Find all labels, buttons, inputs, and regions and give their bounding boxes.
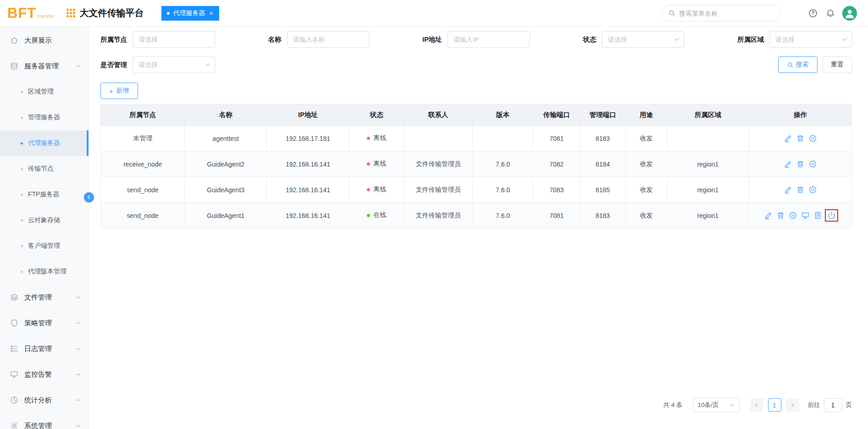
delete-action-icon[interactable] <box>777 212 785 219</box>
sidebar-item-label: 传输节点 <box>28 165 54 173</box>
filter-row-1: 所属节点名称IP地址状态所属区域 <box>100 31 852 48</box>
filter-name-input[interactable] <box>287 36 369 43</box>
filter-name-input[interactable] <box>287 31 370 48</box>
cell-contact: 文件传输管理员 <box>404 151 472 177</box>
power-action-icon[interactable] <box>828 212 835 219</box>
delete-action-icon[interactable] <box>796 160 804 168</box>
cell-region <box>667 126 749 151</box>
search-icon <box>669 10 675 17</box>
reset-button[interactable]: 重置 <box>823 56 852 73</box>
sidebar-item-policy-management[interactable]: 策略管理 <box>0 310 88 336</box>
chevron-down-icon <box>76 372 81 377</box>
column-header: 名称 <box>185 105 267 126</box>
sidebar-item-label: 系统管理 <box>24 422 52 429</box>
search-button[interactable]: 搜索 <box>778 56 818 73</box>
next-page-button[interactable] <box>786 398 799 412</box>
chevron-down-icon <box>76 320 81 326</box>
table-row: 未管理agenttest192.168.17.181离线70818183收发 <box>101 126 852 151</box>
pause-action-icon[interactable] <box>809 134 817 142</box>
sidebar-item-label: 区域管理 <box>28 88 54 96</box>
sidebar-item-client-management[interactable]: 客户端管理 <box>0 233 88 259</box>
chevron-down-icon <box>729 402 735 408</box>
filter-node-input[interactable] <box>133 36 215 43</box>
filter-status-select[interactable] <box>602 31 684 48</box>
prev-page-button[interactable] <box>750 398 763 412</box>
goto-page-input[interactable] <box>824 398 842 412</box>
edit-action-icon[interactable] <box>784 160 792 168</box>
tab-proxy-server[interactable]: 代理服务器 × <box>161 6 219 21</box>
sidebar-item-agent-version-management[interactable]: 代理版本管理 <box>0 259 88 284</box>
column-header: 管理端口 <box>580 105 625 126</box>
bell-icon[interactable] <box>826 9 835 18</box>
status-dot <box>367 188 370 191</box>
column-header: 用途 <box>625 105 667 126</box>
add-button[interactable]: + 新增 <box>100 83 138 99</box>
filter-region-select[interactable] <box>769 31 852 48</box>
sidebar-item-ftp-server[interactable]: FTP服务器 <box>0 182 88 207</box>
cell-usage: 收发 <box>625 203 667 228</box>
house-icon <box>10 36 18 45</box>
status-text: 离线 <box>373 134 386 142</box>
pause-action-icon[interactable] <box>789 212 797 219</box>
filter-ip-input[interactable] <box>448 31 530 48</box>
edit-action-icon[interactable] <box>764 212 772 219</box>
filter-managed-input[interactable] <box>133 61 215 68</box>
cell-name: GuideAgent1 <box>185 203 267 228</box>
help-icon[interactable] <box>808 9 818 18</box>
filter-status-label: 状态 <box>583 35 596 44</box>
sidebar-item-management-server[interactable]: 管理服务器 <box>0 105 88 130</box>
filter-region-input[interactable] <box>770 36 851 43</box>
sidebar-item-label: 监控告警 <box>24 370 52 379</box>
cell-ip: 192.168.16.141 <box>266 177 349 203</box>
edit-action-icon[interactable] <box>784 186 792 194</box>
sidebar-item-cloud-object-storage[interactable]: 云对象存储 <box>0 207 88 233</box>
sidebar-item-log-management[interactable]: 日志管理 <box>0 336 88 362</box>
sidebar-item-server-management[interactable]: 服务器管理 <box>0 53 88 79</box>
plus-icon: + <box>110 87 114 95</box>
page-1-button[interactable]: 1 <box>768 398 781 412</box>
sidebar-item-label: 服务器管理 <box>24 62 59 71</box>
cell-manage-port: 8185 <box>580 177 625 203</box>
sidebar-item-region-management[interactable]: 区域管理 <box>0 79 88 105</box>
status-dot <box>367 137 370 140</box>
filter-ip-input[interactable] <box>448 36 530 43</box>
sidebar-item-label: 代理版本管理 <box>28 267 66 276</box>
edit-action-icon[interactable] <box>784 134 792 142</box>
monitor-action-icon[interactable] <box>802 212 809 219</box>
filter-node-select[interactable] <box>133 31 215 48</box>
column-header: 所属节点 <box>101 105 185 126</box>
sidebar-item-system-management[interactable]: 系统管理 <box>0 413 88 429</box>
filter-region-label: 所属区域 <box>737 35 764 44</box>
sidebar-item-stats-analysis[interactable]: 统计分析 <box>0 387 88 413</box>
table-row: send_nodeGuideAgent1192.168.16.141在线文件传输… <box>101 203 852 228</box>
sidebar-collapse-button[interactable] <box>84 192 94 202</box>
delete-action-icon[interactable] <box>796 134 804 142</box>
menu-search[interactable] <box>662 5 781 22</box>
delete-action-icon[interactable] <box>796 186 804 194</box>
sidebar-item-proxy-server[interactable]: 代理服务器 <box>0 130 88 156</box>
cell-ip: 192.168.16.141 <box>266 151 349 177</box>
tab-close-icon[interactable]: × <box>209 10 214 17</box>
filter-status-input[interactable] <box>602 36 684 43</box>
column-header: 所属区域 <box>667 105 749 126</box>
bft-logo[interactable]: BFT transfer <box>7 6 55 20</box>
log-action-icon[interactable] <box>814 212 822 219</box>
pause-action-icon[interactable] <box>809 160 817 168</box>
cell-manage-port: 8184 <box>580 151 625 177</box>
sidebar-item-label: 统计分析 <box>24 396 52 405</box>
column-header: 传输端口 <box>533 105 580 126</box>
app-grid-icon[interactable] <box>66 9 75 17</box>
pause-action-icon[interactable] <box>809 186 817 194</box>
user-avatar[interactable] <box>842 6 857 21</box>
filter-ip: IP地址 <box>422 31 530 48</box>
sidebar-item-file-management[interactable]: 文件管理 <box>0 284 88 310</box>
sidebar-item-label: 文件管理 <box>24 293 52 302</box>
sidebar-item-transfer-node[interactable]: 传输节点 <box>0 156 88 182</box>
menu-search-input[interactable] <box>679 10 774 17</box>
chart-icon <box>10 396 18 404</box>
sidebar-item-dashboard[interactable]: 大屏展示 <box>0 28 88 53</box>
page-size-select[interactable]: 10条/页 <box>693 397 740 412</box>
sidebar-item-monitor-alert[interactable]: 监控告警 <box>0 362 88 387</box>
filter-managed-select[interactable] <box>133 56 215 73</box>
cell-usage: 收发 <box>625 126 667 151</box>
